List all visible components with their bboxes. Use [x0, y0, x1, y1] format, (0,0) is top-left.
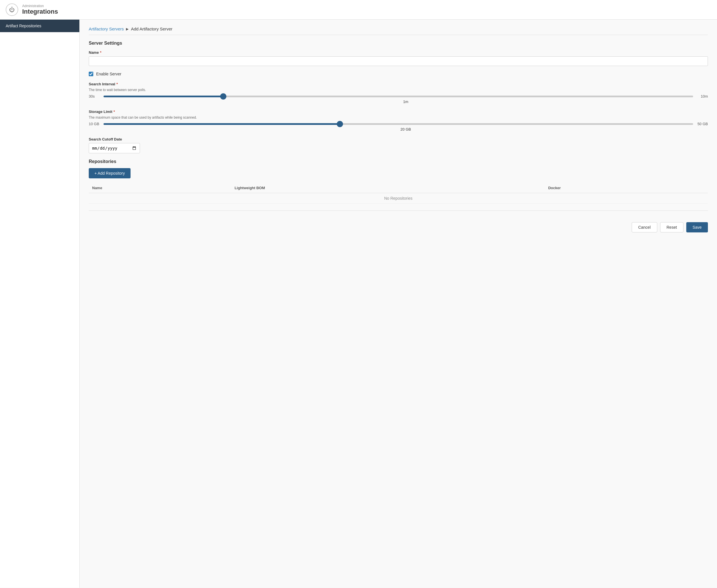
reset-button[interactable]: Reset — [660, 222, 684, 232]
no-repos-message: No Repositories — [89, 193, 708, 204]
add-repo-button-label: + Add Repository — [94, 171, 125, 175]
storage-limit-required: * — [113, 109, 115, 114]
repository-table: Name Lightweight BOM Docker No Repositor… — [89, 183, 708, 204]
storage-limit-label: Storage Limit * — [89, 109, 708, 114]
enable-server-row: Enable Server — [89, 72, 708, 76]
sidebar-item-artifact-repositories[interactable]: Artifact Repositories — [0, 20, 79, 32]
save-button[interactable]: Save — [686, 222, 708, 232]
main-layout: Artifact Repositories Artifactory Server… — [0, 20, 717, 588]
header-icon: ⏻ — [6, 3, 18, 16]
table-col-lightweight-bom: Lightweight BOM — [231, 183, 545, 193]
name-field-group: Name * — [89, 50, 708, 66]
repositories-title: Repositories — [89, 159, 708, 164]
enable-server-label[interactable]: Enable Server — [96, 72, 122, 76]
search-interval-slider[interactable] — [104, 96, 693, 97]
page-title: Integrations — [22, 8, 58, 15]
main-content: Artifactory Servers ▶ Add Artifactory Se… — [80, 20, 717, 588]
storage-limit-max: 50 GB — [697, 122, 708, 126]
search-interval-label: Search Interval * — [89, 82, 708, 86]
storage-limit-slider[interactable] — [104, 123, 693, 125]
admin-label: Administration — [22, 4, 58, 8]
search-interval-max: 10m — [697, 94, 708, 99]
storage-limit-min: 10 GB — [89, 122, 100, 126]
add-repository-button[interactable]: + Add Repository — [89, 168, 130, 178]
search-cutoff-date-input[interactable] — [89, 143, 140, 153]
name-label: Name * — [89, 50, 708, 55]
table-col-name: Name — [89, 183, 231, 193]
sidebar: Artifact Repositories — [0, 20, 80, 588]
header-text: Administration Integrations — [22, 4, 58, 15]
no-repos-row: No Repositories — [89, 193, 708, 204]
breadcrumb: Artifactory Servers ▶ Add Artifactory Se… — [89, 26, 708, 35]
search-cutoff-group: Search Cutoff Date — [89, 137, 708, 153]
search-interval-slider-row: 30s 10m — [89, 94, 708, 99]
storage-limit-value: 20 GB — [89, 127, 708, 131]
storage-limit-description: The maximum space that can be used by ar… — [89, 115, 708, 120]
search-interval-required: * — [116, 82, 118, 86]
name-required: * — [100, 50, 101, 55]
page-header: ⏻ Administration Integrations — [0, 0, 717, 20]
plug-icon: ⏻ — [9, 6, 15, 13]
search-interval-min: 30s — [89, 94, 100, 99]
breadcrumb-arrow: ▶ — [126, 27, 129, 31]
cancel-button[interactable]: Cancel — [632, 222, 657, 232]
storage-limit-slider-row: 10 GB 50 GB — [89, 122, 708, 126]
search-cutoff-label: Search Cutoff Date — [89, 137, 708, 141]
storage-limit-group: Storage Limit * The maximum space that c… — [89, 109, 708, 131]
enable-server-checkbox[interactable] — [89, 72, 93, 76]
breadcrumb-current: Add Artifactory Server — [131, 26, 172, 31]
search-interval-value: 1m — [89, 100, 708, 104]
name-input[interactable] — [89, 56, 708, 66]
footer-actions: Cancel Reset Save — [89, 217, 708, 235]
search-interval-group: Search Interval * The time to wait betwe… — [89, 82, 708, 104]
table-col-docker: Docker — [545, 183, 708, 193]
section-title: Server Settings — [89, 41, 708, 46]
search-interval-description: The time to wait between server polls. — [89, 88, 708, 92]
table-header-row: Name Lightweight BOM Docker — [89, 183, 708, 193]
footer-divider — [89, 210, 708, 211]
breadcrumb-link[interactable]: Artifactory Servers — [89, 26, 124, 31]
